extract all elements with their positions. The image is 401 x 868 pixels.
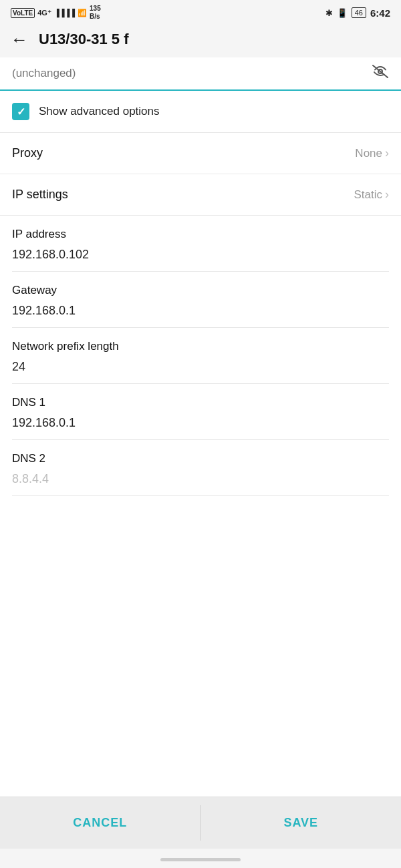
ip-settings-value-text: Static (354, 188, 382, 202)
network-type: 4G⁺ (37, 9, 51, 17)
bottom-buttons: CANCEL SAVE (0, 797, 401, 849)
phone-icon: 📱 (337, 8, 348, 18)
home-pill (160, 858, 241, 861)
proxy-value[interactable]: None › (355, 146, 389, 160)
page-title: U13/30-31 5 f (39, 31, 129, 48)
ip-settings-row[interactable]: IP settings Static › (0, 174, 401, 215)
gateway-section: Gateway 192.168.0.1 (0, 272, 401, 328)
advanced-options-label: Show advanced options (39, 105, 160, 118)
signal-icon: ▐▐▐▐ (54, 9, 75, 17)
volte-label: VoLTE (11, 8, 35, 18)
battery-icon: 46 (352, 7, 366, 18)
advanced-options-row[interactable]: ✓ Show advanced options (0, 91, 401, 132)
dns2-section: DNS 2 8.8.4.4 (0, 440, 401, 496)
prefix-length-value[interactable]: 24 (12, 360, 389, 384)
ip-settings-value[interactable]: Static › (354, 188, 389, 202)
ip-settings-chevron-icon: › (385, 188, 389, 202)
ip-address-value[interactable]: 192.168.0.102 (12, 248, 389, 272)
advanced-options-checkbox[interactable]: ✓ (12, 103, 29, 120)
dns1-value[interactable]: 192.168.0.1 (12, 416, 389, 440)
wifi-icon: 📶 (78, 9, 87, 17)
hide-password-icon[interactable] (372, 64, 389, 83)
proxy-row[interactable]: Proxy None › (0, 132, 401, 174)
password-input[interactable] (12, 67, 372, 80)
cancel-button[interactable]: CANCEL (0, 797, 200, 849)
bluetooth-icon: ✱ (325, 8, 333, 18)
dns1-label: DNS 1 (12, 396, 389, 409)
proxy-chevron-icon: › (385, 146, 389, 160)
content-area: ✓ Show advanced options Proxy None › IP … (0, 57, 401, 797)
prefix-length-section: Network prefix length 24 (0, 328, 401, 384)
proxy-value-text: None (355, 147, 382, 160)
dns2-label: DNS 2 (12, 452, 389, 465)
toolbar: ← U13/30-31 5 f (0, 24, 401, 55)
back-button[interactable]: ← (11, 31, 28, 48)
checkmark-icon: ✓ (17, 105, 25, 118)
save-button[interactable]: SAVE (201, 797, 402, 849)
status-left: VoLTE 4G⁺ ▐▐▐▐ 📶 135B/s (11, 5, 101, 21)
ip-address-label: IP address (12, 228, 389, 241)
proxy-label: Proxy (12, 146, 43, 160)
gateway-label: Gateway (12, 284, 389, 297)
prefix-length-label: Network prefix length (12, 340, 389, 353)
password-row (0, 57, 401, 91)
status-bar: VoLTE 4G⁺ ▐▐▐▐ 📶 135B/s ✱ 📱 46 6:42 (0, 0, 401, 24)
ip-settings-label: IP settings (12, 188, 68, 202)
home-indicator (0, 849, 401, 868)
time-display: 6:42 (370, 7, 390, 19)
dns2-value[interactable]: 8.8.4.4 (12, 472, 389, 496)
speed-label: 135B/s (90, 5, 101, 21)
ip-address-section: IP address 192.168.0.102 (0, 215, 401, 272)
status-right: ✱ 📱 46 6:42 (325, 7, 390, 19)
dns1-section: DNS 1 192.168.0.1 (0, 384, 401, 440)
gateway-value[interactable]: 192.168.0.1 (12, 304, 389, 328)
